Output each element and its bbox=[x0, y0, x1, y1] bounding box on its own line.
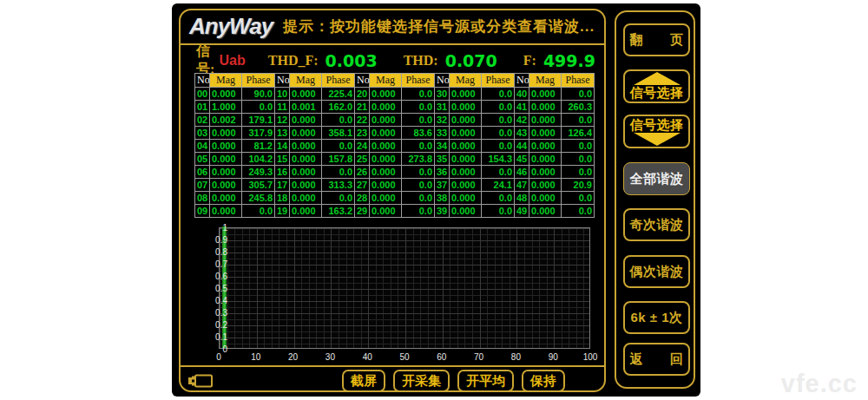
sidebar-button-even-harmonics[interactable]: 偶次谐波 bbox=[623, 255, 690, 288]
table-cell: 38 bbox=[435, 192, 450, 205]
table-cell: 225.4 bbox=[322, 88, 355, 101]
table-cell: 29 bbox=[355, 205, 370, 218]
table-cell: 0.000 bbox=[290, 192, 322, 205]
x-axis-tick: 50 bbox=[387, 352, 422, 362]
table-cell: 0.002 bbox=[210, 114, 242, 127]
start-average-button[interactable]: 开平均 bbox=[457, 370, 514, 392]
x-axis-tick: 30 bbox=[312, 352, 347, 362]
table-cell: 81.2 bbox=[242, 140, 275, 153]
table-cell: 179.1 bbox=[242, 114, 275, 127]
table-cell: 0.0 bbox=[322, 192, 355, 205]
table-cell: 0.0 bbox=[322, 140, 355, 153]
x-axis-tick: 90 bbox=[536, 352, 570, 362]
table-cell: 163.2 bbox=[322, 205, 355, 218]
table-cell: 0.0 bbox=[402, 205, 435, 218]
table-cell: 0.0 bbox=[562, 88, 595, 101]
hold-button[interactable]: 保持 bbox=[522, 370, 565, 392]
table-cell: 37 bbox=[435, 179, 450, 192]
table-cell: 157.8 bbox=[322, 153, 355, 166]
screenshot-root: AnyWay 提示：按功能键选择信号源或分类查看谐波... 信号: Uab TH… bbox=[0, 0, 868, 400]
bottom-toolbar: 截屏开采集开平均保持 bbox=[342, 370, 565, 392]
harmonics-table: NoMagPhaseNoMagPhaseNoMagPhaseNoMagPhase… bbox=[194, 73, 595, 218]
table-cell: 00 bbox=[195, 88, 210, 101]
sidebar-button-signal-select-up[interactable]: 信号选择 bbox=[623, 69, 690, 103]
sidebar-button-signal-select-down[interactable]: 信号选择 bbox=[623, 115, 690, 148]
signal-value: Uab bbox=[220, 53, 246, 69]
sidebar-button-all-harmonics[interactable]: 全部谐波 bbox=[623, 162, 690, 195]
table-cell: 0.000 bbox=[290, 153, 322, 166]
y-axis-tick: 0.6 bbox=[198, 272, 227, 281]
screenshot-button[interactable]: 截屏 bbox=[342, 370, 385, 392]
table-cell: 0.0 bbox=[402, 114, 435, 127]
table-cell: 01 bbox=[195, 101, 210, 114]
table-row: 070.000305.7170.000313.3270.0000.0370.00… bbox=[195, 179, 595, 192]
table-cell: 0.000 bbox=[370, 127, 402, 140]
table-cell: 0.000 bbox=[210, 205, 242, 218]
table-cell: 24 bbox=[355, 140, 370, 153]
table-cell: 0.0 bbox=[562, 114, 595, 127]
table-cell: 08 bbox=[195, 192, 210, 205]
table-cell: 0.0 bbox=[402, 179, 435, 192]
table-cell: 0.000 bbox=[210, 166, 242, 179]
table-cell: 28 bbox=[355, 192, 370, 205]
table-cell: 0.000 bbox=[450, 179, 482, 192]
table-cell: 0.0 bbox=[242, 101, 275, 114]
table-cell: 0.000 bbox=[529, 88, 562, 101]
y-axis-tick: 0.9 bbox=[198, 235, 227, 245]
y-axis-tick: 0.2 bbox=[198, 320, 227, 330]
freq-value: 499.9 bbox=[543, 51, 595, 70]
table-cell: 0.000 bbox=[529, 140, 562, 153]
table-cell: 0.000 bbox=[290, 205, 322, 218]
sidebar-button-odd-harmonics[interactable]: 奇次谐波 bbox=[623, 208, 690, 241]
table-cell: 0.000 bbox=[210, 127, 242, 140]
x-axis-tick: 20 bbox=[276, 352, 311, 362]
table-cell: 0.000 bbox=[450, 153, 482, 166]
header-divider bbox=[181, 43, 604, 45]
table-cell: 20 bbox=[355, 88, 370, 101]
table-cell: 0.000 bbox=[529, 192, 562, 205]
x-axis-tick: 80 bbox=[498, 352, 533, 362]
header-bar: AnyWay 提示：按功能键选择信号源或分类查看谐波... bbox=[181, 10, 604, 42]
col-header-mag: Mag bbox=[210, 74, 242, 88]
y-axis-tick: 0.7 bbox=[198, 259, 227, 269]
table-cell: 15 bbox=[275, 153, 290, 166]
table-cell: 27 bbox=[355, 179, 370, 192]
table-cell: 25 bbox=[355, 153, 370, 166]
table-cell: 0.000 bbox=[450, 101, 482, 114]
table-cell: 21 bbox=[355, 101, 370, 114]
sidebar-button-return[interactable]: 返 回 bbox=[623, 343, 690, 376]
table-cell: 40 bbox=[515, 88, 529, 101]
start-acquire-button[interactable]: 开采集 bbox=[393, 370, 450, 392]
col-header-mag: Mag bbox=[290, 74, 322, 88]
sidebar-button-6k-plus-minus-1[interactable]: 6k ± 1次 bbox=[623, 301, 690, 334]
table-cell: 14 bbox=[275, 140, 290, 153]
sidebar-button-label: 返 回 bbox=[630, 351, 684, 367]
col-header-mag: Mag bbox=[529, 74, 562, 88]
col-header-no: No bbox=[275, 74, 290, 88]
table-cell: 126.4 bbox=[562, 127, 595, 140]
table-cell: 0.000 bbox=[210, 153, 242, 166]
table-cell: 260.3 bbox=[562, 101, 595, 114]
col-header-phase: Phase bbox=[242, 74, 275, 88]
table-cell: 0.000 bbox=[370, 166, 402, 179]
table-cell: 20.9 bbox=[562, 179, 595, 192]
sidebar-button-page-turn[interactable]: 翻 页 bbox=[623, 23, 690, 56]
col-header-mag: Mag bbox=[450, 74, 482, 88]
table-cell: 0.0 bbox=[562, 166, 595, 179]
table-row: 030.000317.9130.000358.1230.00083.6330.0… bbox=[195, 127, 595, 140]
table-cell: 48 bbox=[515, 192, 529, 205]
sidebar: 翻 页信号选择信号选择全部谐波奇次谐波偶次谐波6k ± 1次返 回 bbox=[615, 10, 695, 389]
table-cell: 0.0 bbox=[402, 140, 435, 153]
table-cell: 1.000 bbox=[210, 101, 242, 114]
table-cell: 44 bbox=[515, 140, 529, 153]
table-cell: 0.0 bbox=[482, 192, 515, 205]
table-cell: 0.000 bbox=[290, 127, 322, 140]
col-header-phase: Phase bbox=[482, 74, 515, 88]
table-cell: 0.000 bbox=[370, 192, 402, 205]
table-cell: 104.2 bbox=[242, 153, 275, 166]
sidebar-button-label: 6k ± 1次 bbox=[630, 310, 682, 325]
table-cell: 09 bbox=[195, 205, 210, 218]
table-cell: 02 bbox=[195, 114, 210, 127]
table-cell: 0.000 bbox=[529, 153, 562, 166]
table-cell: 245.8 bbox=[242, 192, 275, 205]
